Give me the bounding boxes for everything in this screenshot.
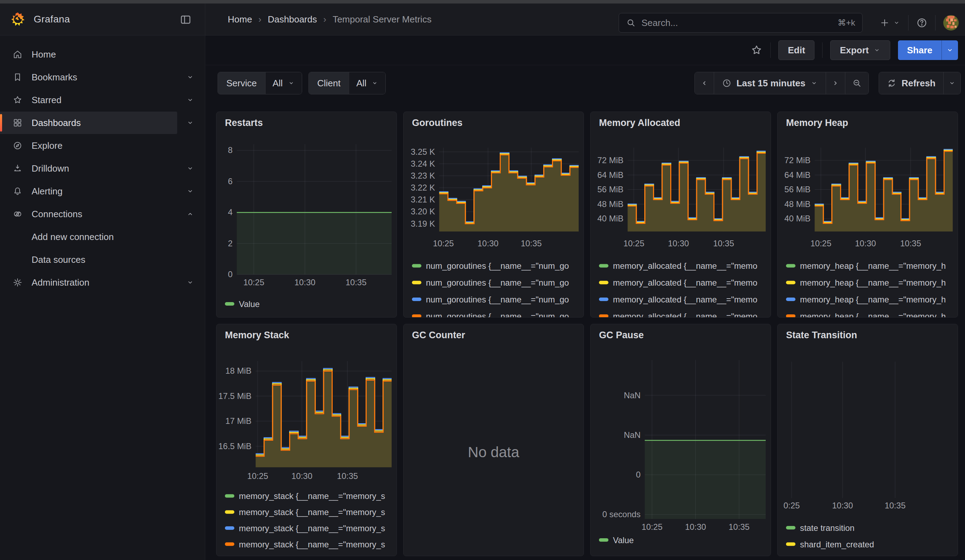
sidebar-item-administration[interactable]: Administration [0,271,177,294]
x-axis-tick-label: 10:35 [900,238,921,248]
service-variable-dropdown[interactable]: Service All [218,72,302,95]
no-data-text: No data [468,444,519,460]
breadcrumb-separator: › [323,14,326,25]
drilldown-icon [13,163,23,173]
panel-state-transition: State Transition0:2510:3010:35state tran… [777,324,958,556]
legend-item[interactable]: shard_item_created [786,540,874,549]
sidebar-item-connections[interactable]: Connections [0,203,177,225]
legend-item[interactable]: Value [599,536,634,545]
legend-item[interactable]: memory_allocated {__name__="memo [599,261,757,271]
legend-item[interactable]: memory_heap {__name__="memory_h [786,312,946,317]
zoom-out-button[interactable] [845,72,869,94]
favorite-star-button[interactable] [751,44,762,56]
x-axis-tick-label: 10:30 [294,278,316,287]
y-axis-tick-label: 48 MiB [784,199,810,209]
chevron-down-icon [288,80,295,87]
legend-swatch [599,297,608,301]
export-button[interactable]: Export [830,40,890,60]
new-menu-button[interactable] [879,18,900,28]
help-button[interactable] [916,17,927,28]
legend-item[interactable]: memory_allocated {__name__="memo [599,312,757,317]
sidebar-item-bookmarks[interactable]: Bookmarks [0,66,177,88]
breadcrumb-dashboards[interactable]: Dashboards [268,14,317,25]
legend-label: memory_stack {__name__="memory_s [239,508,385,517]
legend-item[interactable]: memory_stack {__name__="memory_s [225,540,385,549]
panel-gc-pause: GC Pause10:2510:3010:35NaNNaN00 secondsV… [590,324,771,556]
legend-item[interactable]: memory_allocated {__name__="memo [599,295,757,304]
legend-item[interactable]: Value [225,299,260,309]
sidebar-item-dashboards[interactable]: Dashboards [0,112,177,134]
sidebar-item-label: Drilldown [31,163,69,174]
panel-gc-counter: GC CounterNo data [403,324,584,556]
legend-label: memory_heap {__name__="memory_h [800,261,946,271]
sidebar-item-alerting[interactable]: Alerting [0,180,177,202]
chevron-down-icon[interactable] [186,119,195,127]
sidebar-item-data-sources[interactable]: Data sources [0,248,177,271]
legend-item[interactable]: memory_stack {__name__="memory_s [225,524,385,533]
legend-swatch [599,314,608,317]
x-axis-tick-label: 10:35 [521,238,542,248]
time-range-label: Last 15 minutes [736,78,806,89]
share-menu-chevron[interactable] [942,40,958,60]
sidebar-item-home[interactable]: Home [0,43,177,65]
breadcrumb-home[interactable]: Home [228,14,252,25]
legend-item[interactable]: num_goroutines {__name__="num_go [412,261,569,271]
chevron-down-icon [893,19,900,27]
user-avatar[interactable] [943,15,959,31]
chevron-down-icon[interactable] [186,278,195,287]
y-axis-tick-label: 17.5 MiB [218,391,251,401]
y-axis-tick-label: NaN [624,390,641,400]
chevron-down-icon[interactable] [186,187,195,196]
legend-item[interactable]: num_goroutines {__name__="num_go [412,312,569,317]
y-axis-tick-label: 3.23 K [411,171,435,180]
refresh-button[interactable]: Refresh [879,72,943,94]
x-axis-tick-label: 10:25 [243,278,264,287]
sidebar-item-starred[interactable]: Starred [0,89,177,111]
search-input[interactable]: Search... ⌘+k [619,13,862,33]
refresh-label: Refresh [901,78,936,89]
legend-item[interactable]: memory_heap {__name__="memory_h [786,278,946,287]
edit-button[interactable]: Edit [778,40,815,60]
legend-item[interactable]: num_goroutines {__name__="num_go [412,278,569,287]
refresh-interval-chevron[interactable] [943,72,960,94]
legend-item[interactable]: memory_allocated {__name__="memo [599,278,757,287]
legend-label: memory_allocated {__name__="memo [613,261,757,271]
time-shift-forward-button[interactable] [826,72,845,94]
client-label: Client [309,72,349,94]
sidebar-item-add-new-connection[interactable]: Add new connection [0,225,177,248]
header-actions [879,7,959,39]
y-axis-tick-label: 40 MiB [784,214,810,223]
chevron-down-icon[interactable] [186,96,195,104]
legend-item[interactable]: memory_heap {__name__="memory_h [786,295,946,304]
time-shift-back-button[interactable] [695,72,714,94]
legend-item[interactable]: state transition [786,523,854,533]
time-controls: Last 15 minutes Refresh [694,72,961,95]
legend-item[interactable]: num_goroutines {__name__="num_go [412,295,569,304]
x-axis-tick-label: 10:30 [291,471,312,481]
legend-item[interactable]: memory_stack {__name__="memory_s [225,491,385,501]
legend-swatch [225,494,234,498]
x-axis-tick-label: 10:35 [713,238,734,248]
client-variable-dropdown[interactable]: Client All [308,72,386,95]
toolbar-divider [770,42,770,58]
panel-goroutines: Goroutines10:2510:3010:353.25 K3.24 K3.2… [403,112,584,318]
sidebar-item-drilldown[interactable]: Drilldown [0,157,177,180]
legend-item[interactable]: memory_heap {__name__="memory_h [786,261,946,271]
chevron-up-icon[interactable] [186,210,195,218]
chevron-down-icon[interactable] [186,73,195,82]
chevron-down-icon[interactable] [186,164,195,173]
legend-label: num_goroutines {__name__="num_go [426,295,569,304]
share-button[interactable]: Share [898,40,942,60]
legend-swatch [412,264,422,267]
sidebar-item-label: Bookmarks [31,72,77,83]
sidebar-toggle-icon[interactable] [180,14,191,26]
x-axis-tick-label: 10:30 [832,501,853,510]
sidebar-item-explore[interactable]: Explore [0,134,177,157]
sidebar-item-label: Data sources [31,255,85,265]
chevron-down-icon [371,80,378,87]
legend-item[interactable]: memory_stack {__name__="memory_s [225,508,385,517]
search-icon [626,18,636,28]
x-axis-tick-label: 10:25 [247,471,268,481]
legend-label: num_goroutines {__name__="num_go [426,261,569,271]
time-range-picker[interactable]: Last 15 minutes [714,72,826,94]
